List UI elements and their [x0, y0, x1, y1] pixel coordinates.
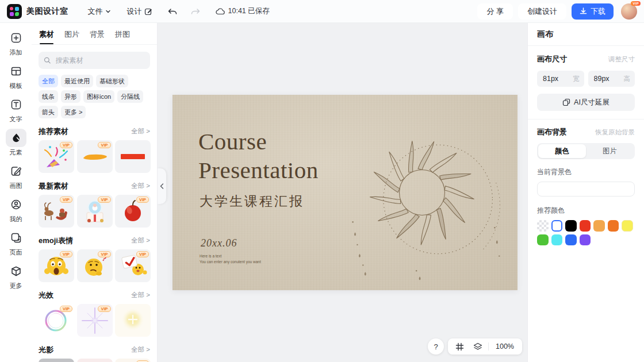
pencil-icon	[6, 162, 26, 180]
cube-icon	[6, 262, 26, 280]
slide-title[interactable]: Course Presentation	[198, 127, 319, 184]
share-button[interactable]: 分 享	[477, 3, 513, 20]
tab-backgrounds[interactable]: 背景	[90, 29, 105, 44]
asset-tile-snowglobe-gift[interactable]: VIP	[77, 195, 113, 228]
vip-badge: VIP	[136, 197, 149, 203]
asset-tile-reindeer-sleigh[interactable]: VIP	[39, 195, 74, 228]
tab-materials[interactable]: 素材	[39, 29, 54, 44]
sidebar-item-more[interactable]: 更多	[3, 262, 29, 290]
create-design-button[interactable]: 创建设计	[518, 3, 566, 20]
swatch-black[interactable]	[565, 220, 577, 232]
swatch-green[interactable]	[537, 234, 549, 246]
zoom-level[interactable]: 100%	[490, 342, 520, 351]
asset-tile-party-popper[interactable]: VIP	[39, 140, 74, 173]
download-button[interactable]: 下载	[572, 3, 614, 20]
undo-icon	[167, 7, 178, 16]
edit-icon	[144, 7, 152, 16]
avatar	[621, 3, 637, 20]
chip-dividers[interactable]: 分隔线	[117, 90, 143, 103]
swatch-transparent[interactable]	[537, 220, 549, 232]
ai-resize-label: AI尺寸延展	[574, 98, 610, 107]
tab-bg-image[interactable]: 图片	[586, 144, 634, 158]
design-menu[interactable]: 设计	[127, 6, 152, 17]
asset-tile-purple-flare[interactable]: VIP	[77, 304, 113, 337]
chip-more[interactable]: 更多 >	[61, 106, 86, 118]
chip-recent[interactable]: 最近使用	[61, 75, 93, 87]
asset-tile-shadow-1[interactable]	[39, 359, 74, 362]
app-logo-icon[interactable]	[7, 4, 22, 19]
swatch-light-orange[interactable]	[593, 220, 605, 232]
chip-arrows[interactable]: 箭头	[39, 106, 58, 118]
current-bg-color-field[interactable]	[537, 182, 635, 197]
asset-tile-thinking-emoji[interactable]: VIP ?	[77, 249, 113, 282]
asset-tile-apple[interactable]: VIP	[115, 195, 151, 228]
layers-button[interactable]	[469, 338, 487, 355]
ai-resize-button[interactable]: AI尺寸延展	[537, 94, 635, 111]
asset-tile-shadow-3[interactable]: VIP	[115, 359, 151, 362]
swatch-cyan[interactable]	[551, 234, 563, 246]
swatch-yellow[interactable]	[622, 220, 633, 232]
width-input[interactable]	[542, 74, 568, 83]
search-box[interactable]	[39, 52, 150, 69]
sun-illustration[interactable]	[331, 107, 513, 283]
height-input[interactable]	[593, 74, 619, 83]
chip-special-shapes[interactable]: 异形	[61, 90, 80, 103]
asset-tile-yellow-glow[interactable]	[115, 304, 151, 337]
restore-bg-link[interactable]: 恢复原始背景	[595, 128, 635, 137]
tab-collage[interactable]: 拼图	[115, 29, 130, 44]
asset-tile-red-rectangle[interactable]	[115, 140, 151, 173]
sidebar-item-draw[interactable]: 画图	[3, 162, 29, 190]
swatch-blue[interactable]	[565, 234, 577, 246]
chip-icons[interactable]: 图标icon	[83, 90, 114, 103]
file-menu[interactable]: 文件	[88, 6, 111, 17]
asset-tile-check-emoji[interactable]: VIP	[115, 249, 151, 282]
sidebar-item-pages[interactable]: 页面	[3, 229, 29, 257]
asset-tile-brush-stroke[interactable]: VIP	[77, 140, 113, 173]
tab-images[interactable]: 图片	[64, 29, 79, 44]
asset-tile-bubble[interactable]: VIP	[39, 304, 74, 337]
panel-collapse-handle[interactable]	[158, 168, 166, 204]
chip-basic-shapes[interactable]: 基础形状	[96, 75, 128, 87]
slide-date[interactable]: 20xx.06	[201, 237, 237, 249]
bg-type-segment: 颜色 图片	[537, 143, 635, 159]
sidebar-item-elements[interactable]: 元素	[3, 129, 29, 157]
tab-bg-color[interactable]: 颜色	[538, 144, 586, 158]
canvas-area: Course Presentation 大学生课程汇报 20xx.06 Here…	[158, 23, 527, 362]
sidebar-item-mine[interactable]: 我的	[3, 195, 29, 224]
see-all-link[interactable]: 全部 >	[131, 236, 150, 245]
sidebar-item-label: 文字	[10, 115, 22, 124]
sidebar-item-text[interactable]: 文字	[3, 95, 29, 124]
height-field[interactable]: 高	[588, 71, 635, 87]
undo-button[interactable]	[167, 7, 178, 16]
vip-badge: VIP	[136, 251, 149, 257]
chip-all[interactable]: 全部	[39, 75, 58, 87]
see-all-link[interactable]: 全部 >	[131, 345, 150, 354]
see-all-link[interactable]: 全部 >	[131, 182, 150, 190]
width-field[interactable]: 宽	[537, 71, 584, 87]
see-all-link[interactable]: 全部 >	[131, 127, 150, 136]
sidebar-item-label: 页面	[10, 248, 22, 257]
redo-button[interactable]	[190, 7, 201, 16]
swatch-red[interactable]	[580, 220, 591, 232]
user-avatar[interactable]: VIP	[621, 3, 637, 20]
help-button[interactable]: ?	[428, 338, 444, 355]
slide-subtitle[interactable]: 大学生课程汇报	[200, 192, 304, 210]
swatch-purple[interactable]	[580, 234, 591, 246]
asset-tile-shocked-emoji[interactable]: VIP	[39, 249, 74, 282]
swatch-white[interactable]	[551, 220, 563, 232]
sidebar-item-add[interactable]: 添加	[3, 29, 29, 57]
resize-link[interactable]: 调整尺寸	[608, 55, 635, 64]
recommended-colors-label: 推荐颜色	[537, 206, 635, 215]
toolbar-divider	[488, 342, 489, 351]
grid-toggle-button[interactable]	[450, 338, 469, 355]
design-canvas[interactable]: Course Presentation 大学生课程汇报 20xx.06 Here…	[172, 95, 518, 290]
app-title: 美图设计室	[26, 6, 68, 17]
swatch-orange[interactable]	[608, 220, 619, 232]
asset-tile-shadow-2[interactable]	[77, 359, 113, 362]
search-input[interactable]	[55, 56, 145, 65]
sidebar-item-templates[interactable]: 模板	[3, 62, 29, 90]
chip-lines[interactable]: 线条	[39, 90, 58, 103]
asset-panel: 素材 图片 背景 拼图 全部 最近使用 基础形状 线条 异形 图标icon 分隔…	[32, 23, 158, 362]
slide-note[interactable]: Here is a text You can enter any conuten…	[200, 253, 261, 265]
see-all-link[interactable]: 全部 >	[131, 291, 150, 299]
